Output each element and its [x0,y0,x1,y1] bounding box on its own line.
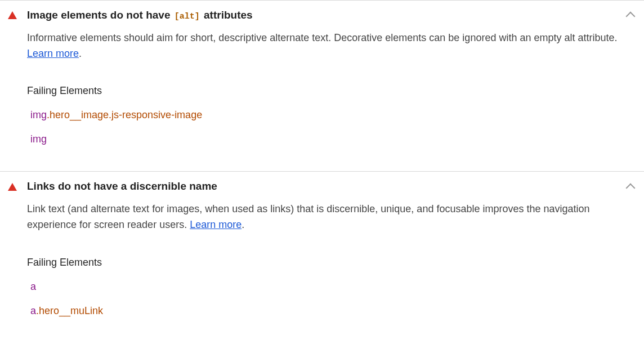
audit-description: Link text (and alternate text for images… [27,202,636,233]
learn-more-link[interactable]: Learn more [27,48,79,59]
chevron-up-icon [626,12,636,21]
audit-title: Image elements do not have [alt] attribu… [27,8,627,23]
selector-classes: .hero__image.js-responsive-image [47,109,202,120]
warning-triangle-icon [8,183,17,191]
audit-body: Link text (and alternate text for images… [0,202,644,343]
audit-header[interactable]: Links do not have a discernible name [0,172,644,202]
selector-classes: .hero__muLink [36,305,103,316]
audit-title: Links do not have a discernible name [27,180,627,194]
audit-body: Informative elements should aim for shor… [0,30,644,172]
audit-title-code [217,183,220,193]
audit-description-text: Link text (and alternate text for images… [27,203,590,230]
chevron-up-icon [626,183,636,193]
selector-tag: img [30,133,47,145]
audit-title-suffix: attributes [201,9,253,21]
failing-elements-list: img.hero__image.js-responsive-image img [27,109,636,145]
warning-triangle-icon [8,11,17,19]
audit-item: Links do not have a discernible name Lin… [0,171,644,342]
selector-tag: img [30,109,47,120]
learn-more-link[interactable]: Learn more [190,219,242,230]
failing-elements-heading: Failing Elements [27,85,636,97]
audit-description-text: Informative elements should aim for shor… [27,32,618,43]
period: . [242,219,244,230]
audit-header[interactable]: Image elements do not have [alt] attribu… [0,1,644,30]
audit-title-code: [alt] [173,12,201,21]
failing-element[interactable]: img [30,133,636,145]
audit-title-prefix: Links do not have a discernible name [27,180,217,192]
audit-item: Image elements do not have [alt] attribu… [0,0,644,171]
failing-element[interactable]: img.hero__image.js-responsive-image [30,109,636,121]
failing-element[interactable]: a.hero__muLink [30,305,636,317]
selector-tag: a [30,281,36,292]
audit-title-prefix: Image elements do not have [27,9,173,21]
failing-element[interactable]: a [30,281,636,293]
period: . [79,48,82,59]
audit-description: Informative elements should aim for shor… [27,30,636,62]
failing-elements-list: a a.hero__muLink [27,281,636,317]
selector-tag: a [30,305,36,316]
failing-elements-heading: Failing Elements [27,257,636,268]
